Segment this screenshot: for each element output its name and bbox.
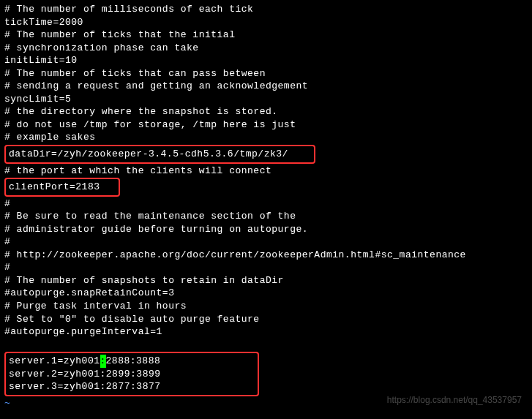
config-line: # http://zookeeper.apache.org/doc/curren… <box>4 249 528 262</box>
config-line: # The number of milliseconds of each tic… <box>4 3 528 16</box>
datadir-value: dataDir=/zyh/zookeeper-3.4.5-cdh5.3.6/tm… <box>9 148 288 159</box>
config-line: # Be sure to read the maintenance sectio… <box>4 210 528 223</box>
server-line: server.3=zyh001:2877:3877 <box>9 380 255 393</box>
highlight-clientport: clientPort=2183 <box>4 178 120 197</box>
config-line: tickTime=2000 <box>4 16 528 29</box>
config-line: #autopurge.snapRetainCount=3 <box>4 287 528 300</box>
config-line <box>4 339 528 352</box>
config-line: # <box>4 197 528 211</box>
clientport-value: clientPort=2183 <box>9 181 100 192</box>
config-line: # <box>4 261 528 274</box>
config-line: # sending a request and getting an ackno… <box>4 80 528 93</box>
server-line: server.2=zyh001:2899:3899 <box>9 368 255 381</box>
highlight-datadir: dataDir=/zyh/zookeeper-3.4.5-cdh5.3.6/tm… <box>4 145 315 164</box>
watermark-text: https://blog.csdn.net/qq_43537957 <box>387 394 522 406</box>
config-line: # The number of ticks that the initial <box>4 29 528 42</box>
config-line: # do not use /tmp for storage, /tmp here… <box>4 118 528 132</box>
config-line: initLimit=10 <box>4 54 528 67</box>
server1-post: 2888:3888 <box>106 355 161 366</box>
config-line: # <box>4 235 528 249</box>
config-line: #autopurge.purgeInterval=1 <box>4 325 528 339</box>
terminal-output: # The number of milliseconds of each tic… <box>4 3 528 409</box>
config-line: # The number of ticks that can pass betw… <box>4 67 528 80</box>
cursor: : <box>100 355 106 368</box>
config-line: # the port at which the clients will con… <box>4 165 528 178</box>
server-line: server.1=zyh001:2888:3888 <box>9 355 255 368</box>
server1-pre: server.1=zyh001 <box>9 355 100 366</box>
config-line: # example sakes <box>4 131 528 144</box>
highlight-servers: server.1=zyh001:2888:3888 server.2=zyh00… <box>4 352 259 396</box>
config-line: # administrator guide before turning on … <box>4 223 528 236</box>
config-line: # Purge task interval in hours <box>4 300 528 313</box>
config-line: syncLimit=5 <box>4 93 528 106</box>
config-line: # the directory where the snapshot is st… <box>4 105 528 118</box>
config-line: # synchronization phase can take <box>4 42 528 55</box>
config-line: # The number of snapshots to retain in d… <box>4 274 528 287</box>
config-line: # Set to "0" to disable auto purge featu… <box>4 313 528 326</box>
